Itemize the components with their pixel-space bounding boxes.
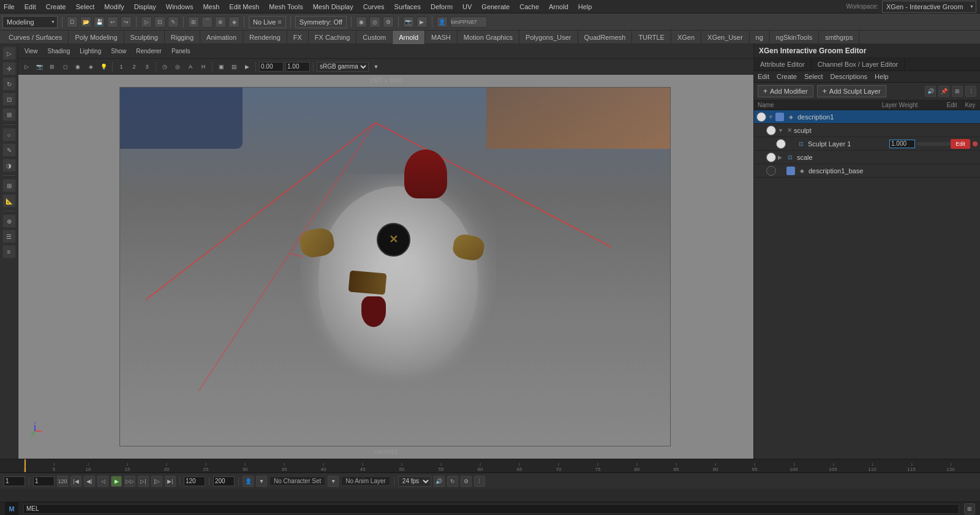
vp-select-icon[interactable]: ▷ [21,61,32,72]
rp-tab-channel-box[interactable]: Channel Box / Layer Editor [812,58,905,70]
menu-create[interactable]: Create [46,3,66,10]
menu-select[interactable]: Select [76,3,95,10]
vp-region-icon[interactable]: ▤ [228,61,239,72]
layer-vis-sculpt[interactable] [766,126,776,135]
menu-help[interactable]: Help [578,3,592,10]
menu-arnold[interactable]: Arnold [549,3,568,10]
layer-editor-btn[interactable]: ≡ [2,245,16,258]
timeline-more-btn[interactable]: ⋮ [474,476,485,487]
range-start-input[interactable] [33,476,55,486]
tab-ngskin[interactable]: ngSkinTools [770,31,819,44]
brush-icon[interactable]: ✎ [168,17,179,28]
tab-rigging[interactable]: Rigging [165,31,200,44]
rp-menu-descriptions[interactable]: Descriptions [831,73,868,80]
char-set-icon[interactable]: 👤 [243,476,254,487]
sculpt-btn[interactable]: ◑ [2,159,16,172]
soft-select-btn[interactable]: ○ [2,128,16,141]
audio-btn[interactable]: 🔊 [434,476,445,487]
tab-rendering[interactable]: Rendering [243,31,287,44]
go-to-start-btn[interactable]: |◀ [70,476,81,487]
save-scene-icon[interactable]: 💾 [94,17,105,28]
tab-mash[interactable]: MASH [425,31,458,44]
vp-hud-icon[interactable]: H [198,61,209,72]
add-sculpt-layer-button[interactable]: + Add Sculpt Layer [817,85,886,97]
no-character-set-label[interactable]: No Character Set [270,476,325,486]
scene-viewport[interactable]: ✕ [119,87,671,446]
vp-panels-menu[interactable]: Panels [169,47,193,55]
viewport-canvas[interactable]: ✕ 1920 x 1080 camera1 x [18,75,753,459]
show-manipulator-btn[interactable]: ⊕ [2,214,16,228]
play-btn[interactable]: ▶ [111,476,122,487]
new-scene-icon[interactable]: 🗋 [67,17,78,28]
playback-end-input[interactable] [213,476,235,486]
prev-key-btn[interactable]: ◁ [97,476,108,487]
menu-mesh-tools[interactable]: Mesh Tools [269,3,303,10]
menu-uv[interactable]: UV [462,3,472,10]
menu-edit[interactable]: Edit [24,3,36,10]
layer-weight-input-sculpt1[interactable] [889,140,915,148]
vp-display-icon[interactable]: ◷ [159,61,170,72]
menu-surfaces[interactable]: Surfaces [394,3,421,10]
step-fwd-btn[interactable]: |▷ [151,476,162,487]
menu-modify[interactable]: Modify [104,3,124,10]
user-input[interactable] [450,17,487,28]
tab-turtle[interactable]: TURTLE [632,31,671,44]
scale-btn[interactable]: ⊡ [2,92,16,106]
rp-menu-create[interactable]: Create [777,73,797,80]
tab-arnold[interactable]: Arnold [393,31,425,44]
snap-grid-icon[interactable]: ⊞ [188,17,199,28]
select-mode-btn[interactable]: ▷ [2,47,16,60]
end-frame-input[interactable] [184,476,205,486]
rp-more-icon[interactable]: ⋮ [965,86,976,97]
tab-xgen-user[interactable]: XGen_User [701,31,749,44]
vp-lighting-menu[interactable]: Lighting [77,47,104,55]
layer-row-sculpt[interactable]: ▼ ✕ sculpt [754,124,980,137]
render-icon[interactable]: ◉ [356,17,367,28]
tab-custom[interactable]: Custom [356,31,393,44]
vp-iso2-icon[interactable]: 2 [129,61,140,72]
vp-camera-icon[interactable]: 📷 [34,61,45,72]
menu-display[interactable]: Display [134,3,156,10]
vp-playblast-icon[interactable]: ▶ [241,61,252,72]
mel-input[interactable] [23,504,959,514]
user-icon[interactable]: 👤 [437,17,448,28]
camera-icon[interactable]: 📷 [403,17,414,28]
ipr-icon[interactable]: ◎ [369,17,380,28]
symmetry-button[interactable]: Symmetry: Off [295,16,347,28]
loop-btn[interactable]: ↻ [447,476,458,487]
current-frame-input[interactable] [4,476,25,486]
select-tool-icon[interactable]: ▷ [141,17,152,28]
vp-show-menu[interactable]: Show [108,47,129,55]
gamma-select[interactable]: sRGB gamma [317,62,369,72]
time-indicator[interactable] [24,459,26,472]
snap-point-icon[interactable]: ⊕ [215,17,226,28]
menu-curves[interactable]: Curves [363,3,385,10]
vp-iso1-icon[interactable]: 1 [116,61,127,72]
play-fwd-btn[interactable]: ▷▷ [124,476,135,487]
vp-gamma-arrow-icon[interactable]: ▼ [371,61,382,72]
tab-ng[interactable]: ng [750,31,770,44]
vp-grid-icon[interactable]: ⊞ [47,61,58,72]
vp-view-menu[interactable]: View [22,47,40,55]
tab-animation[interactable]: Animation [200,31,243,44]
vp-frame-icon[interactable]: ▣ [216,61,227,72]
rotate-btn[interactable]: ↻ [2,77,16,91]
rp-expand-icon[interactable]: ⊞ [952,86,963,97]
tab-smth[interactable]: smthgrps [819,31,859,44]
layer-row-desc1-base[interactable]: ◈ description1_base [754,164,980,178]
move-btn[interactable]: ✛ [2,62,16,75]
next-key-btn[interactable]: ▷| [138,476,149,487]
vp-value2-input[interactable] [285,62,310,72]
rp-menu-edit[interactable]: Edit [758,73,769,80]
layer-vis-desc1base[interactable] [766,166,776,176]
menu-mesh-display[interactable]: Mesh Display [313,3,353,10]
vp-value1-input[interactable] [259,62,284,72]
redo-icon[interactable]: ↪ [121,17,132,28]
vp-texture-icon[interactable]: ◈ [85,61,96,72]
menu-windows[interactable]: Windows [166,3,194,10]
lasso-icon[interactable]: ⊡ [154,17,165,28]
layer-row-sculpt-layer-1[interactable]: ⊡ Sculpt Layer 1 Edit [754,137,980,151]
snap-curve-icon[interactable]: ⌒ [202,17,213,28]
rp-pin-icon[interactable]: 📌 [938,86,949,97]
tab-fx[interactable]: FX [287,31,309,44]
